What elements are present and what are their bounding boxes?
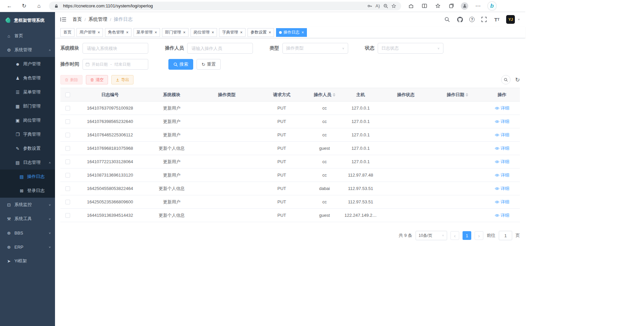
close-tab-icon[interactable]: × <box>126 30 128 35</box>
detail-link[interactable]: 详细 <box>495 172 509 178</box>
tab-menu-mgmt[interactable]: 菜单管理 × <box>133 28 160 37</box>
tab-user-mgmt[interactable]: 用户管理 × <box>76 28 103 37</box>
toggle-search-icon[interactable] <box>501 75 511 84</box>
prev-page-button[interactable]: ‹ <box>450 231 459 240</box>
close-tab-icon[interactable]: × <box>155 30 157 35</box>
detail-link[interactable]: 详细 <box>495 145 509 151</box>
type-select[interactable]: 操作类型 ∨ <box>282 43 348 54</box>
sort-icon[interactable] <box>466 92 468 98</box>
reset-button[interactable]: ↻ 重置 <box>197 59 221 70</box>
browser-back-button[interactable]: ← <box>5 1 14 11</box>
delete-button[interactable]: 删除 <box>60 75 83 84</box>
bing-icon[interactable]: b <box>488 2 496 10</box>
sort-icon[interactable] <box>333 92 335 98</box>
module-input[interactable] <box>83 43 148 54</box>
detail-link[interactable]: 详细 <box>495 212 509 218</box>
page-size-select[interactable]: 10条/页 ∨ <box>416 231 447 240</box>
app-logo[interactable]: 意框架管理系统 <box>0 12 55 29</box>
tab-home[interactable]: 首页 <box>60 28 74 37</box>
close-tab-icon[interactable]: × <box>212 30 214 35</box>
breadcrumb-system-mgmt[interactable]: 系统管理 <box>89 16 107 22</box>
browser-settings-menu-icon[interactable]: ⋯ <box>474 2 482 10</box>
extensions-icon[interactable] <box>407 2 415 10</box>
sidebar-item-home[interactable]: ⌂ 首页 <box>0 29 55 43</box>
password-key-icon[interactable] <box>366 2 374 10</box>
sidebar-item-yi-framework[interactable]: ➤ Yi框架 <box>0 254 55 268</box>
browser-refresh-button[interactable]: ↻ <box>19 1 29 11</box>
sidebar-item-post-mgmt[interactable]: ▣ 岗位管理 <box>0 113 55 127</box>
close-tab-icon[interactable]: × <box>183 30 185 35</box>
clear-button[interactable]: 清空 <box>86 75 108 84</box>
sidebar-item-user-mgmt[interactable]: ☻ 用户管理 <box>0 57 55 71</box>
favorites-icon[interactable] <box>434 2 441 10</box>
row-checkbox[interactable] <box>65 146 70 151</box>
select-all-checkbox[interactable] <box>65 92 70 97</box>
breadcrumb-home[interactable]: 首页 <box>72 16 82 22</box>
page-1-button[interactable]: 1 <box>463 231 471 240</box>
row-checkbox[interactable] <box>65 119 70 124</box>
row-checkbox[interactable] <box>65 159 70 164</box>
browser-home-button[interactable]: ⌂ <box>34 1 44 11</box>
sidebar-item-login-log[interactable]: ⊠ 登录日志 <box>0 184 55 198</box>
operator-input[interactable] <box>187 43 253 54</box>
row-checkbox[interactable] <box>65 213 70 218</box>
row-checkbox[interactable] <box>65 133 70 137</box>
next-page-button[interactable]: › <box>475 231 483 240</box>
collections-icon[interactable] <box>447 2 455 10</box>
sidebar-item-role-mgmt[interactable]: ♟ 角色管理 <box>0 71 55 85</box>
fullscreen-icon[interactable] <box>481 16 487 23</box>
url-text[interactable]: https://ccnetcore.com:1101/system/log/op… <box>63 3 366 8</box>
export-button[interactable]: 导出 <box>111 75 133 84</box>
detail-link[interactable]: 详细 <box>495 105 509 111</box>
user-avatar[interactable]: YJ <box>506 15 515 24</box>
sidebar-item-menu-mgmt[interactable]: ☰ 菜单管理 <box>0 85 55 99</box>
row-checkbox[interactable] <box>65 173 70 178</box>
add-favorite-icon[interactable] <box>390 2 398 10</box>
detail-link[interactable]: 详细 <box>495 159 509 165</box>
date-range-picker[interactable]: 开始日期 - 结束日期 <box>83 59 148 70</box>
sidebar-item-bbs[interactable]: ⊕ BBS ∨ <box>0 226 55 240</box>
sidebar-item-system-tools[interactable]: ⚒ 系统工具 ∨ <box>0 212 55 226</box>
browser-profile-avatar[interactable] <box>461 2 468 10</box>
tab-post-mgmt[interactable]: 岗位管理 × <box>191 28 217 37</box>
column-header-date[interactable]: 操作日期 <box>431 88 484 102</box>
close-tab-icon[interactable]: × <box>98 30 100 35</box>
tab-dict-mgmt[interactable]: 字典管理 × <box>219 28 246 37</box>
close-tab-icon[interactable]: × <box>269 30 271 35</box>
row-checkbox[interactable] <box>65 186 70 191</box>
row-checkbox[interactable] <box>65 200 70 204</box>
close-tab-icon[interactable]: × <box>240 30 243 35</box>
font-size-icon[interactable]: TT <box>493 16 500 23</box>
detail-link[interactable]: 详细 <box>495 199 509 205</box>
zoom-out-icon[interactable] <box>382 2 390 10</box>
tab-dept-mgmt[interactable]: 部门管理 × <box>162 28 189 37</box>
tab-param-settings[interactable]: 参数设置 × <box>248 28 274 37</box>
sidebar-item-system-monitor[interactable]: ⊡ 系统监控 ∨ <box>0 198 55 212</box>
read-aloud-icon[interactable]: A) <box>374 2 382 10</box>
goto-page-input[interactable] <box>499 231 512 240</box>
sidebar-item-system-mgmt[interactable]: ⚙ 系统管理 ∧ <box>0 43 55 57</box>
sidebar-item-log-mgmt[interactable]: ▤ 日志管理 ∧ <box>0 155 55 170</box>
browser-address-bar[interactable]: https://ccnetcore.com:1101/system/log/op… <box>49 2 401 10</box>
collapse-sidebar-icon[interactable] <box>60 16 68 23</box>
status-select[interactable]: 日志状态 ∨ <box>378 43 443 54</box>
sidebar-item-dict-mgmt[interactable]: ❐ 字典管理 <box>0 127 55 141</box>
column-header-operator[interactable]: 操作人员 <box>309 88 340 102</box>
search-icon[interactable] <box>444 16 450 23</box>
row-checkbox[interactable] <box>65 106 70 111</box>
tab-role-mgmt[interactable]: 角色管理 × <box>105 28 131 37</box>
split-screen-icon[interactable] <box>421 2 428 10</box>
sidebar-item-dept-mgmt[interactable]: ▦ 部门管理 <box>0 99 55 113</box>
detail-link[interactable]: 详细 <box>495 119 509 125</box>
sidebar-item-param-settings[interactable]: ✎ 参数设置 <box>0 141 55 155</box>
refresh-table-icon[interactable]: ↻ <box>515 76 520 83</box>
github-icon[interactable] <box>457 16 463 23</box>
search-button[interactable]: 搜索 <box>168 59 193 70</box>
tab-oper-log[interactable]: 操作日志 × <box>276 28 307 37</box>
sidebar-item-erp[interactable]: ⊕ ERP ∨ <box>0 240 55 254</box>
detail-link[interactable]: 详细 <box>495 186 509 192</box>
detail-link[interactable]: 详细 <box>495 132 509 138</box>
sidebar-item-oper-log[interactable]: ▤ 操作日志 <box>0 170 55 184</box>
close-tab-icon[interactable]: × <box>302 30 304 35</box>
help-icon[interactable]: ? <box>469 17 475 22</box>
